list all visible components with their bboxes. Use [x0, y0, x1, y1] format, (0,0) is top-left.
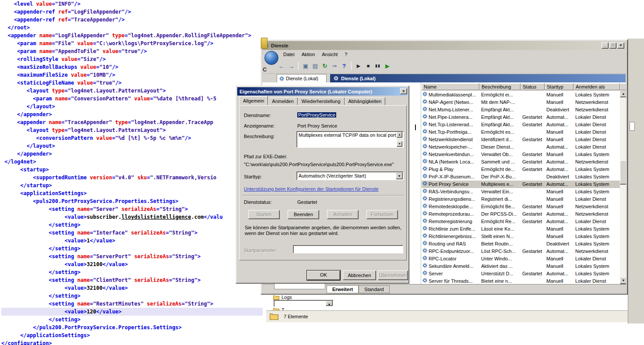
properties-dialog: Eigenschaften von Port Proxy Service (Lo… [236, 85, 409, 284]
service-gear-icon [422, 203, 427, 210]
properties-icon[interactable]: ▤ [311, 61, 320, 70]
service-row[interactable]: Richtlinienergebniss...Stellt einen N...… [422, 233, 620, 240]
service-desc-cell: Aktiviert das ... [479, 263, 521, 270]
tab-wiederherstellung[interactable]: Wiederherstellung [298, 97, 345, 105]
tab-standard[interactable]: Standard [359, 285, 390, 293]
abbrechen-button[interactable]: Abbrechen [343, 270, 376, 280]
service-row[interactable]: Net.Pipe-Listenera...Empfängt Akt...Gest… [422, 114, 620, 121]
start-service-icon[interactable]: ▶ [354, 61, 363, 70]
scroll-down-icon[interactable]: ▼ [620, 277, 626, 284]
service-row[interactable]: NLA (Network Loca...Sammelt und ...Gesta… [422, 158, 620, 166]
beschreibung-text: Multiplexes external TCP/IP data on loca… [297, 132, 403, 139]
forward-icon[interactable]: → [287, 61, 296, 70]
menu-ansicht[interactable]: Ansicht [318, 51, 341, 58]
service-row[interactable]: Multimediaklassenpl...Ermöglicht ei...Ma… [422, 91, 620, 99]
tab-abh-ngigkeiten[interactable]: Abhängigkeiten [345, 97, 386, 105]
minimize-button[interactable]: _ [602, 43, 609, 49]
service-row[interactable]: RPC-Endpunktzuor...Löst RPC-Sch...Gestar… [422, 248, 620, 255]
beschreibung-scrollbar[interactable]: ▲ ▼ [397, 132, 403, 147]
code-line: <staticLogFileName value="true"/> [1, 79, 263, 87]
code-line: <level value="INFO"/> [1, 0, 263, 8]
service-row[interactable]: Routing und RASBietet Routin...Deaktivie… [422, 240, 620, 248]
xml-editor[interactable]: <level value="INFO"/> <appender-ref ref=… [0, 0, 263, 345]
column-header-status[interactable]: Status [521, 83, 545, 90]
service-gear-icon [422, 121, 427, 128]
service-row[interactable]: Netzwerkspeicher-...Dieser Dienst...Auto… [422, 143, 620, 151]
scroll-up-icon[interactable]: ▲ [397, 132, 402, 138]
service-row[interactable]: Port Proxy ServiceMultiplexes e...Gestar… [422, 181, 620, 188]
back-icon[interactable]: ← [277, 61, 286, 70]
pane-divider[interactable] [421, 82, 421, 284]
startparameter-input[interactable] [293, 245, 403, 253]
dialog-close-button[interactable]: × [400, 88, 407, 94]
menu-aktion[interactable]: Aktion [298, 51, 319, 58]
stop-service-icon[interactable]: ■ [364, 61, 373, 70]
pause-service-icon[interactable]: ▮▮ [373, 61, 382, 70]
menu-hilfe[interactable]: ? [341, 51, 351, 58]
maximize-button[interactable]: □ [609, 43, 616, 49]
vertical-scrollbar[interactable]: ▲ ▼ [620, 90, 626, 284]
starttyp-combobox[interactable]: Automatisch (Verzögerter Start) ▼ [296, 171, 404, 180]
combo-dropdown-icon[interactable]: ▼ [326, 301, 333, 306]
service-row[interactable]: Netzwerkverbindun...Verwaltet Ob...Gesta… [422, 151, 620, 158]
column-header-name[interactable]: Name [422, 83, 479, 90]
dialog-titlebar[interactable]: Eigenschaften von Port Proxy Service (Lo… [237, 87, 408, 96]
service-row[interactable]: RAS-Verbindungsv...Verwaltet Ein...Manue… [422, 188, 620, 196]
service-name-cell: Netzwerkspeicher-... [422, 143, 479, 151]
service-row[interactable]: RemoteregistrierungErmöglicht Re...Gesta… [422, 218, 620, 225]
tab-erweitert[interactable]: Erweitert [327, 285, 359, 293]
service-row[interactable]: ServerUnterstützt D...GestartetAutomat..… [422, 270, 620, 277]
menu-datei[interactable]: Datei [280, 51, 298, 58]
anzeigename-value[interactable]: Port Proxy Service [297, 123, 337, 128]
dienstname-value[interactable]: PortProxyService [297, 112, 336, 117]
help-icon[interactable]: ? [340, 61, 348, 70]
service-row[interactable]: NetzwerklistendienstIdentifiziert d...Ge… [422, 136, 620, 143]
service-logon-cell: Lokales System [574, 91, 620, 99]
service-row[interactable]: Net.Tcp-Portfreiga...Ermöglicht es...Man… [422, 128, 620, 136]
service-gear-icon [422, 151, 427, 158]
services-window-titlebar[interactable]: Dienste _ □ × [262, 41, 626, 50]
combo-dropdown-icon[interactable]: ▼ [396, 172, 403, 179]
column-header-beschreibung[interactable]: Beschreibung [479, 83, 521, 90]
show-console-tree-icon[interactable]: ▣ [301, 61, 310, 70]
button-beenden[interactable]: Beenden [288, 210, 319, 219]
service-logon-cell: Lokaler Dienst [574, 277, 620, 284]
close-button[interactable]: × [617, 43, 624, 49]
restart-service-icon[interactable]: ▶ [383, 61, 392, 70]
service-row[interactable]: Net.Tcp-Listenerad...Empfängt Akt...Gest… [422, 121, 620, 128]
service-gear-icon [422, 263, 427, 270]
scroll-up-icon[interactable]: ▲ [620, 90, 626, 97]
service-row[interactable]: Server für Threads...Bietet eine n...Man… [422, 277, 620, 284]
tab-anmelden[interactable]: Anmelden [268, 97, 298, 105]
console-tree-tab[interactable]: Dienste (Lokal) [277, 74, 327, 82]
service-row[interactable]: Sekundäre Anmeld...Aktiviert das ...Manu… [422, 263, 620, 270]
beschreibung-textbox[interactable]: Multiplexes external TCP/IP data on loca… [296, 131, 404, 148]
tree-item-logs[interactable]: Logs [273, 295, 292, 300]
service-row[interactable]: NAP-Agent (Netwo...Mit dem NAP-...Manuel… [422, 99, 620, 106]
startoptionen-link[interactable]: Unterstützung beim Konfigurieren der Sta… [244, 186, 379, 192]
service-row[interactable]: Remotedesktopdie...Ermöglicht Be...Gesta… [422, 203, 620, 210]
service-row[interactable]: Remoteprozedurau...Der RPCSS-Di...Gestar… [422, 210, 620, 218]
ok-button[interactable]: OK [307, 270, 340, 280]
service-row[interactable]: Plug & PlayErmöglicht de...GestartetAuto… [422, 166, 620, 173]
refresh-icon[interactable]: ↻ [320, 61, 329, 70]
service-status-cell [521, 225, 545, 233]
service-row[interactable]: Registrierungsdiens...Registriert di...M… [422, 196, 620, 203]
scrollbar-thumb[interactable] [620, 160, 626, 185]
column-header-starttyp[interactable]: Starttyp [545, 83, 574, 90]
explorer-combobox[interactable]: ▼ [274, 300, 334, 307]
service-gear-icon [422, 210, 427, 218]
service-row[interactable]: PnP-X-IP-Busenum...Der PnP-X-Bu...Deakti… [422, 173, 620, 181]
service-desc-cell: Verwaltet Ein... [479, 188, 521, 196]
back-orb-icon[interactable] [264, 51, 278, 65]
scroll-down-icon[interactable]: ▼ [397, 141, 402, 147]
tab-allgemein[interactable]: Allgemein [239, 96, 268, 105]
code-line: <setting name="Server" serializeAs="Stri… [1, 205, 263, 213]
uebernehmen-button: Übernehmen [378, 270, 408, 280]
export-list-icon[interactable]: ⇒ [330, 61, 339, 70]
column-header-anmelden-als[interactable]: Anmelden als [574, 83, 620, 90]
service-row[interactable]: RPC-LocatorUnter Windo...ManuellLokaler … [422, 255, 620, 263]
service-row[interactable]: Net.Msmq-Listener...Empfängt Akt...Deakt… [422, 106, 620, 114]
service-row[interactable]: Richtlinie zum Entfe...Lässt eine Ko...M… [422, 225, 620, 233]
service-starttyp-cell: Manuell [545, 233, 574, 240]
